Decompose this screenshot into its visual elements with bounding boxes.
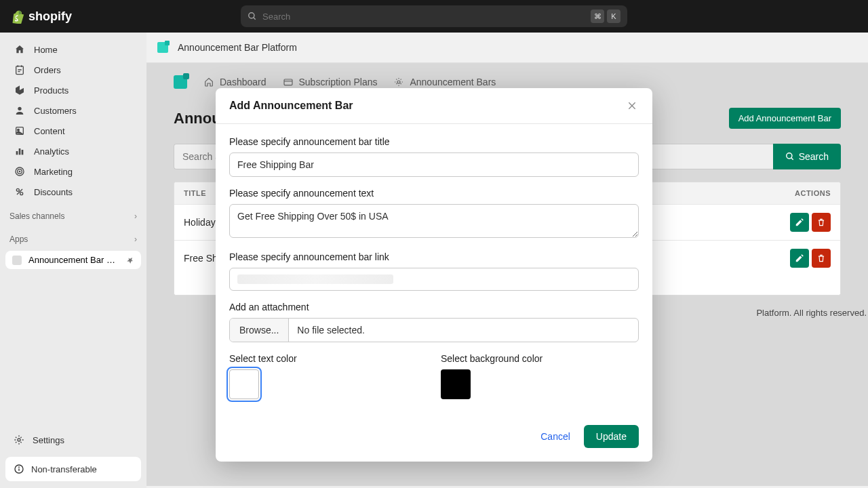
browse-button[interactable]: Browse... xyxy=(230,319,289,342)
svg-rect-6 xyxy=(16,151,18,155)
delete-button[interactable] xyxy=(812,249,831,268)
svg-rect-19 xyxy=(284,79,292,85)
nav-content[interactable]: Content xyxy=(4,121,142,140)
svg-line-14 xyxy=(17,189,22,195)
file-input[interactable]: Browse... No file selected. xyxy=(229,318,639,342)
nav-analytics-label: Analytics xyxy=(34,146,69,157)
cancel-button[interactable]: Cancel xyxy=(540,431,570,442)
app-nav-bars-label: Announcement Bars xyxy=(410,77,496,87)
modal-footer: Cancel Update xyxy=(216,413,652,462)
svg-point-22 xyxy=(786,153,791,159)
modal-header: Add Announcement Bar xyxy=(216,88,652,124)
section-sales-channels[interactable]: Sales channels › xyxy=(0,207,146,225)
add-announcement-modal: Add Announcement Bar Please specify anno… xyxy=(216,88,652,462)
top-bar: shopify ⌘ K xyxy=(0,0,868,33)
input-text[interactable] xyxy=(229,204,639,238)
app-nav-subscription[interactable]: Subscription Plans xyxy=(283,77,378,87)
global-search-input[interactable] xyxy=(262,12,585,22)
nav-settings-label: Settings xyxy=(33,435,64,445)
modal-body: Please specify announcement bar title Pl… xyxy=(216,124,652,413)
col-actions-header: ACTIONS xyxy=(776,189,831,197)
update-button[interactable]: Update xyxy=(584,425,639,448)
nav-marketing[interactable]: Marketing xyxy=(4,162,142,181)
content-icon xyxy=(14,125,26,137)
svg-point-13 xyxy=(20,192,23,195)
nav-discounts-label: Discounts xyxy=(34,187,73,197)
brand: shopify xyxy=(11,9,72,24)
label-textcolor: Select text color xyxy=(229,353,427,364)
svg-rect-7 xyxy=(19,148,21,155)
nav-orders[interactable]: Orders xyxy=(4,60,142,79)
file-status: No file selected. xyxy=(289,319,373,342)
brand-name: shopify xyxy=(28,9,72,24)
chevron-right-icon: › xyxy=(134,211,137,221)
gear-outline-icon xyxy=(393,77,404,87)
label-bgcolor: Select background color xyxy=(441,353,639,364)
card-icon xyxy=(283,77,294,87)
app-mini-icon xyxy=(12,256,22,265)
text-color-picker[interactable] xyxy=(229,369,259,399)
nav-content-label: Content xyxy=(34,126,65,136)
svg-point-5 xyxy=(18,129,20,131)
gear-icon xyxy=(14,434,24,445)
search-button[interactable]: Search xyxy=(773,144,841,169)
non-transferable-badge[interactable]: Non-transferable xyxy=(5,457,141,481)
bg-color-picker[interactable] xyxy=(441,369,471,399)
delete-button[interactable] xyxy=(812,213,831,232)
label-link: Please specify announcement bar link xyxy=(229,251,639,262)
edit-button[interactable] xyxy=(790,249,809,268)
svg-line-1 xyxy=(254,18,256,20)
orders-icon xyxy=(14,64,26,76)
edit-button[interactable] xyxy=(790,213,809,232)
section-apps[interactable]: Apps › xyxy=(0,230,146,248)
kbd-cmd: ⌘ xyxy=(591,9,604,23)
svg-point-3 xyxy=(18,107,21,110)
nav-discounts[interactable]: Discounts xyxy=(4,182,142,201)
svg-rect-8 xyxy=(22,150,24,155)
sidebar-app-item[interactable]: Announcement Bar Pl... xyxy=(5,251,141,269)
nav-customers-label: Customers xyxy=(34,106,77,116)
svg-point-12 xyxy=(16,188,19,191)
products-icon xyxy=(14,84,26,96)
section-sales-label: Sales channels xyxy=(9,211,64,221)
section-apps-label: Apps xyxy=(9,235,28,244)
nav-analytics[interactable]: Analytics xyxy=(4,142,142,161)
pin-icon[interactable] xyxy=(126,256,134,264)
label-title: Please specify announcement bar title xyxy=(229,136,639,147)
nav-products[interactable]: Products xyxy=(4,81,142,100)
global-search[interactable]: ⌘ K xyxy=(241,5,627,27)
nav-products-label: Products xyxy=(34,85,68,96)
kbd-k: K xyxy=(607,9,620,23)
shopify-logo-icon xyxy=(11,9,24,24)
info-icon xyxy=(14,464,24,474)
home-outline-icon xyxy=(203,77,214,87)
nav-marketing-label: Marketing xyxy=(34,167,73,177)
nav-home[interactable]: Home xyxy=(4,40,142,59)
label-text: Please specify announcement text xyxy=(229,188,639,199)
svg-point-11 xyxy=(19,171,20,171)
close-icon xyxy=(627,100,637,111)
search-icon xyxy=(248,12,257,21)
app-nav-logo-icon xyxy=(174,75,187,89)
app-nav-bars[interactable]: Announcement Bars xyxy=(393,77,496,87)
app-nav-dashboard[interactable]: Dashboard xyxy=(203,77,267,87)
discounts-icon xyxy=(14,186,26,198)
close-button[interactable] xyxy=(625,99,639,113)
skeleton-loader xyxy=(237,274,393,284)
add-announcement-button[interactable]: Add Announcement Bar xyxy=(729,108,841,129)
app-header: Announcement Bar Platform xyxy=(146,33,868,63)
app-nav-dashboard-label: Dashboard xyxy=(220,77,267,87)
nav-customers[interactable]: Customers xyxy=(4,101,142,120)
sidebar: Home Orders Products Customers Content A… xyxy=(0,33,146,488)
non-transferable-label: Non-transferable xyxy=(31,464,97,474)
app-header-title: Announcement Bar Platform xyxy=(178,42,297,53)
svg-point-21 xyxy=(397,81,400,83)
customers-icon xyxy=(14,104,26,117)
label-attachment: Add an attachment xyxy=(229,302,639,312)
input-title[interactable] xyxy=(229,152,639,177)
search-button-label: Search xyxy=(799,151,829,162)
analytics-icon xyxy=(14,145,26,157)
input-link[interactable] xyxy=(229,268,639,291)
app-logo-icon xyxy=(157,42,168,53)
nav-settings[interactable]: Settings xyxy=(4,430,142,450)
